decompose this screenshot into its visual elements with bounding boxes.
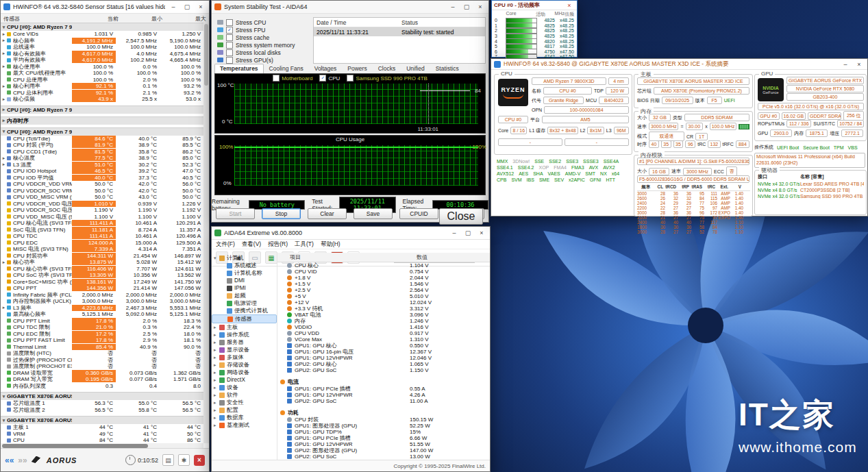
checkbox[interactable]: [226, 49, 233, 56]
close-icon[interactable]: ×: [564, 2, 575, 9]
sensor-row[interactable]: CPU VDDCR_SOC VRM (SVI3 TFN) 50.0 °C 42.…: [1, 188, 203, 195]
close-sensors-icon[interactable]: ×: [194, 455, 205, 466]
checkbox[interactable]: [226, 27, 233, 34]
tree-item[interactable]: DMI: [212, 277, 277, 284]
tree-expander-icon[interactable]: ▸: [214, 385, 219, 390]
sensor-row[interactable]: CPU TDC 111.411 A 10.461 A 120.496 A: [1, 233, 203, 240]
sensor-list[interactable]: ▾ CPU [#0]: AMD Ryzen 7 9800X3D ▸ Core V…: [1, 23, 203, 443]
drive-row[interactable]: NVMe x4 8.0 GT/s CT2000P3SSD8 [2 TB]: [758, 187, 864, 193]
close-icon[interactable]: ×: [476, 229, 487, 236]
sensor-row[interactable]: ▾ GIGABYTE X870E AORUS MASTER X3D ICE (A…: [1, 392, 203, 400]
tree-expander-icon[interactable]: ▸: [214, 400, 219, 406]
tree-item[interactable]: 便携式计算机: [212, 307, 277, 314]
minimize-icon[interactable]: –: [449, 229, 460, 236]
page-back-icon[interactable]: ««: [5, 456, 14, 465]
legend-checkbox[interactable]: [273, 75, 280, 82]
cpu-combo-2[interactable]: -: [565, 138, 629, 146]
sensor-row[interactable]: 芯片组温度 2 56.5 °C 55.8 °C 56.5 °C: [1, 407, 203, 414]
expander-icon[interactable]: ▸: [1, 260, 7, 265]
panel-row[interactable]: +1.8 V 2.044 V: [277, 275, 490, 281]
expander-icon[interactable]: ▸: [1, 156, 7, 161]
maximize-icon[interactable]: ▢: [182, 3, 193, 10]
maximize-icon[interactable]: ▢: [462, 229, 473, 236]
legend-checkbox[interactable]: [319, 75, 326, 82]
minimize-icon[interactable]: –: [447, 3, 458, 10]
sensor-row[interactable]: SoC 电流 (SVI3 TFN) 11.181 A 8.724 A 11.35…: [1, 227, 203, 234]
sst-tab[interactable]: Unified: [401, 64, 430, 73]
stress-option[interactable]: Stress CPU: [217, 18, 295, 26]
aida-nav-tree[interactable]: ▾ 计算机 系统概述 计算机名称 DMI IPMI: [212, 253, 277, 460]
sensor-row[interactable]: VRM 49 °C 41 °C 50 °C: [1, 431, 203, 438]
maximize-icon[interactable]: ▢: [461, 3, 472, 10]
tree-expander-icon[interactable]: ▸: [214, 370, 219, 375]
panel-row[interactable]: GPU2: GPU SoC 11.00 A: [277, 398, 490, 404]
panel-row[interactable]: [277, 404, 490, 406]
stress-option[interactable]: Stress system memory: [217, 41, 295, 49]
tree-item[interactable]: 电源管理: [212, 299, 277, 307]
sensor-row[interactable]: ▾ CPU [#0]: AMD Ryzen 7 9800X3D: Enhance…: [1, 127, 203, 136]
expander-icon[interactable]: ▸: [1, 38, 7, 43]
sensor-row[interactable]: CPU EDC 限制 17.2 % 2.5 % 18.0 %: [1, 331, 203, 338]
checkbox[interactable]: [226, 34, 233, 41]
tree-item[interactable]: ▸ 操作系统: [212, 331, 277, 338]
sensor-row[interactable]: ▸ 核心倍频 43.9 x 25.5 x 53.0 x: [1, 96, 203, 103]
page-forward-icon[interactable]: »»: [18, 456, 27, 465]
checkbox[interactable]: [226, 19, 233, 26]
cpu-combo-1[interactable]: -: [498, 138, 562, 146]
sensor-row[interactable]: ▸ CPU [#0]: AMD Ryzen 7 9800X3D: C State…: [1, 105, 203, 114]
stress-option[interactable]: Stress GPU(s): [217, 56, 295, 64]
menu-item[interactable]: 报告(R): [268, 240, 288, 249]
sensor-row[interactable]: ▾ GIGABYTE X870E AORUS MASTER X3D ICE (I…: [1, 416, 203, 424]
sst-button[interactable]: Save: [354, 208, 393, 219]
tree-item[interactable]: ▸ 基准测试: [212, 421, 277, 429]
panel-row[interactable]: +5 V 5.010 V: [277, 293, 490, 299]
sensor-row[interactable]: ▾ CPU [#0]: AMD Ryzen 7 9800X3D: [1, 23, 203, 31]
tree-item[interactable]: 传感器: [212, 314, 277, 323]
expander-icon[interactable]: ▸: [1, 107, 7, 112]
summary-titlebar[interactable]: HWiNFO® 64 v8.32-5840 @ GIGABYTE X870E A…: [491, 59, 867, 70]
legend-item[interactable]: Samsung SSD 990 PRO 4TB: [347, 75, 427, 82]
panel-row[interactable]: GPU1: GPU 16-pin 电压 12.367 V: [277, 349, 490, 355]
sensor-row[interactable]: CPU 封装 (平均) 81.9 °C 38.9 °C 85.5 °C: [1, 142, 203, 149]
close-icon[interactable]: ×: [195, 3, 206, 10]
panel-row[interactable]: GPU1: 图形处理器 (GPU) 52.25 W: [277, 423, 490, 429]
expander-icon[interactable]: ▾: [1, 129, 7, 134]
tree-item[interactable]: ▸ 存储设备: [212, 361, 277, 369]
menu-item[interactable]: 查看(V): [242, 240, 261, 249]
expander-icon[interactable]: ▸: [1, 51, 7, 56]
tree-expander-icon[interactable]: ▸: [214, 415, 219, 421]
sst-button[interactable]: Stop: [262, 208, 301, 219]
tree-expander-icon[interactable]: ▸: [214, 325, 219, 330]
sensor-row[interactable]: 内存队列深度 0.3 0.4 8.0: [1, 383, 203, 390]
checkbox[interactable]: [226, 57, 233, 64]
log-row[interactable]: 2025/11/11 11:33:21 Stability test: star…: [314, 27, 485, 36]
tree-item[interactable]: ▸ DirectX: [212, 376, 277, 384]
report-icon[interactable]: ▤: [162, 454, 174, 466]
panel-row[interactable]: CPU VID 0.754 V: [277, 269, 490, 275]
sst-tab[interactable]: Clocks: [373, 64, 401, 73]
panel-row[interactable]: GPU1: GPU PCIe 插槽 0.55 A: [277, 386, 490, 392]
close-icon[interactable]: ×: [854, 61, 865, 68]
panel-row[interactable]: GPU2: GPU 核心 1.065 V: [277, 361, 490, 367]
tree-item[interactable]: ▸ 设备: [212, 384, 277, 391]
expander-icon[interactable]: ▸: [1, 118, 7, 123]
tree-item[interactable]: ▸ 服务器: [212, 338, 277, 346]
menu-item[interactable]: 帮助(H): [321, 240, 340, 249]
sensor-row[interactable]: ▸ 内存时序: [1, 116, 203, 125]
panel-row[interactable]: CPU 核心 1.104 V: [277, 262, 490, 269]
panel-row[interactable]: GPU1: GPU 12VHPWR 4.26 A: [277, 392, 490, 398]
panel-row[interactable]: GPU2: GPU SoC 13.00 W: [277, 454, 490, 460]
tree-expander-icon[interactable]: ▸: [214, 408, 219, 413]
tree-item[interactable]: ▸ 配置: [212, 406, 277, 414]
close-icon[interactable]: ×: [475, 3, 486, 10]
tree-expander-icon[interactable]: ▾: [214, 256, 219, 261]
sensor-row[interactable]: 主板 1 44 °C 41 °C 44 °C: [1, 424, 203, 431]
tree-item[interactable]: 系统概述: [212, 262, 277, 269]
panel-row[interactable]: VDDIO 1.416 V: [277, 324, 490, 330]
tree-expander-icon[interactable]: ▸: [214, 332, 219, 338]
tree-item[interactable]: ▸ 软件: [212, 391, 277, 399]
popup-titlebar[interactable]: CPU #0 - 活动频率 ×: [492, 1, 577, 10]
sst-tab[interactable]: Statistics: [430, 64, 464, 73]
panel-rows[interactable]: CPU 核心 1.104 V CPU VID 0.754 V +1.8 V 2.…: [277, 262, 490, 460]
vertical-scrollbar[interactable]: [203, 23, 209, 443]
